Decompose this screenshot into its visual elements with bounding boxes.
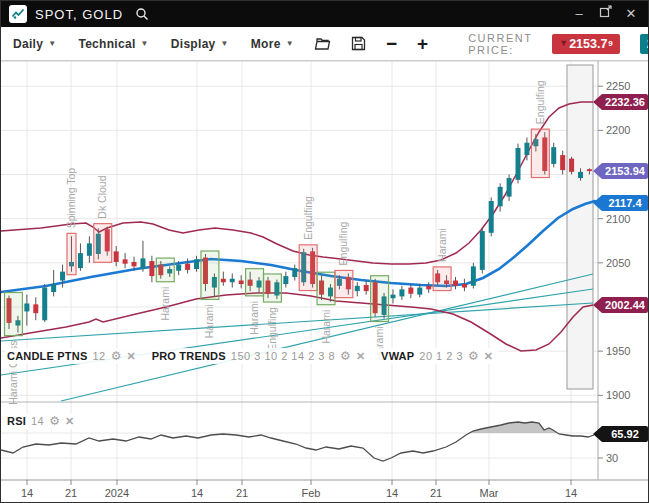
pattern-label: Spinning Top [65, 168, 77, 229]
time-tick-label: Feb [302, 487, 321, 499]
pattern-box-harami [201, 251, 219, 299]
pattern-label: Engulfing [302, 196, 314, 240]
price-tick-label: 2100 [606, 213, 630, 225]
pattern-box-harami-cross [5, 293, 23, 336]
time-tick-label: 14 [21, 487, 33, 499]
pattern-box-harami [433, 267, 451, 291]
candle-body [292, 268, 297, 277]
price-badge-value: 2002.44 [605, 299, 646, 311]
price-badge-value: 2232.36 [605, 96, 645, 108]
pattern-box-harami [156, 258, 174, 282]
candle-body [480, 231, 485, 270]
indicator-vwap: VWAP20 1 2 3⚙✕ [381, 349, 493, 363]
pattern-box-harami [317, 272, 335, 304]
rsi-tick-label: 30 [606, 452, 618, 464]
price-badge-value: 2117.4 [608, 197, 642, 209]
price-tick-label: 1900 [606, 389, 630, 401]
gear-icon[interactable]: ⚙ [468, 349, 479, 363]
price-tick-label: 2050 [606, 257, 630, 269]
candle-body [355, 286, 360, 291]
price-badge-value: 2153.94 [605, 165, 646, 177]
price-tick-label: 2200 [606, 124, 630, 136]
indicator-pro-trends: PRO TRENDS150 3 10 2 14 2 3 8⚙✕ [152, 349, 365, 363]
candle-body [408, 288, 413, 294]
indicator-candle-ptns: CANDLE PTNS12⚙✕ [7, 349, 136, 363]
main-indicator-row: CANDLE PTNS12⚙✕PRO TRENDS150 3 10 2 14 2… [5, 348, 499, 364]
close-icon[interactable]: ✕ [65, 415, 74, 428]
chart-canvas[interactable]: Harami CrossSpinning TopDk CloudHaramiHa… [1, 1, 649, 503]
pattern-label: Harami [159, 287, 171, 321]
chart-app-window: SPOT, GOLD – ✕ Daily▼Technical▼Display▼M… [0, 0, 649, 503]
candle-body [399, 289, 404, 296]
candle-body [498, 187, 503, 206]
candle-body [78, 253, 83, 268]
time-tick-label: 14 [191, 487, 203, 499]
candle-body [417, 288, 422, 295]
candle-body [524, 143, 529, 155]
candle-body [149, 261, 154, 276]
candle-body [51, 284, 56, 292]
pattern-label: Engulfing [337, 221, 349, 265]
candle-body [221, 279, 226, 283]
gear-icon[interactable]: ⚙ [49, 414, 60, 428]
pattern-box-spinning-top [67, 233, 76, 274]
candle-body [516, 148, 521, 180]
candle-body [426, 286, 431, 290]
candle-body [560, 155, 565, 170]
candle-body [489, 201, 494, 233]
time-tick-label: 2024 [105, 487, 129, 499]
candle-body [114, 251, 119, 262]
candle-body [42, 288, 47, 321]
rsi-overbought-shade [468, 422, 557, 433]
candle-body [453, 281, 458, 286]
candle-body [60, 272, 65, 281]
time-tick-label: 14 [386, 487, 398, 499]
pattern-label: Engulfing [266, 307, 278, 351]
rsi-indicator-row: RSI14⚙✕ [5, 413, 80, 429]
time-tick-label: 21 [236, 487, 248, 499]
time-tick-label: 21 [65, 487, 77, 499]
indicator-rsi: RSI14⚙✕ [7, 414, 74, 428]
close-icon[interactable]: ✕ [126, 350, 135, 363]
pattern-box-engulfing [335, 270, 353, 297]
candle-body [33, 304, 38, 313]
pattern-label: Dk Cloud [96, 175, 108, 218]
price-badge-value: 65.92 [611, 428, 639, 440]
candle-body [507, 178, 512, 197]
candle-body [569, 159, 574, 172]
candle-body [87, 243, 92, 255]
pattern-label: Engulfing [534, 80, 546, 124]
time-tick-label: 14 [565, 487, 577, 499]
close-icon[interactable]: ✕ [356, 350, 365, 363]
candle-body [123, 259, 128, 263]
gear-icon[interactable]: ⚙ [340, 349, 351, 363]
time-tick-label: 21 [430, 487, 442, 499]
pattern-label: Harami [436, 228, 448, 262]
price-tick-label: 1950 [606, 345, 630, 357]
candle-body [24, 303, 29, 311]
candle-body [194, 259, 199, 269]
candle-body [185, 264, 190, 270]
pattern-box-engulfing [531, 129, 549, 177]
time-tick-label: Mar [480, 487, 499, 499]
candle-body [462, 284, 467, 288]
pattern-box-engulfing [299, 245, 317, 291]
candle-body [471, 266, 476, 285]
candle-body [239, 281, 244, 285]
gear-icon[interactable]: ⚙ [111, 349, 122, 363]
close-icon[interactable]: ✕ [484, 350, 493, 363]
pattern-box-harami [246, 269, 264, 296]
candle-body [176, 265, 181, 271]
pattern-box-dk-cloud [94, 224, 112, 263]
candle-body [551, 147, 556, 164]
pattern-label: Harami [203, 304, 215, 338]
candle-body [132, 262, 137, 266]
pattern-label: Harami [320, 310, 332, 344]
projection-zone[interactable] [567, 65, 593, 389]
candle-body [578, 172, 583, 178]
candle-body [140, 258, 145, 269]
candle-body [364, 285, 369, 291]
pattern-box-harami [371, 276, 389, 322]
candle-body [390, 295, 395, 299]
pattern-label: Harami [248, 301, 260, 335]
